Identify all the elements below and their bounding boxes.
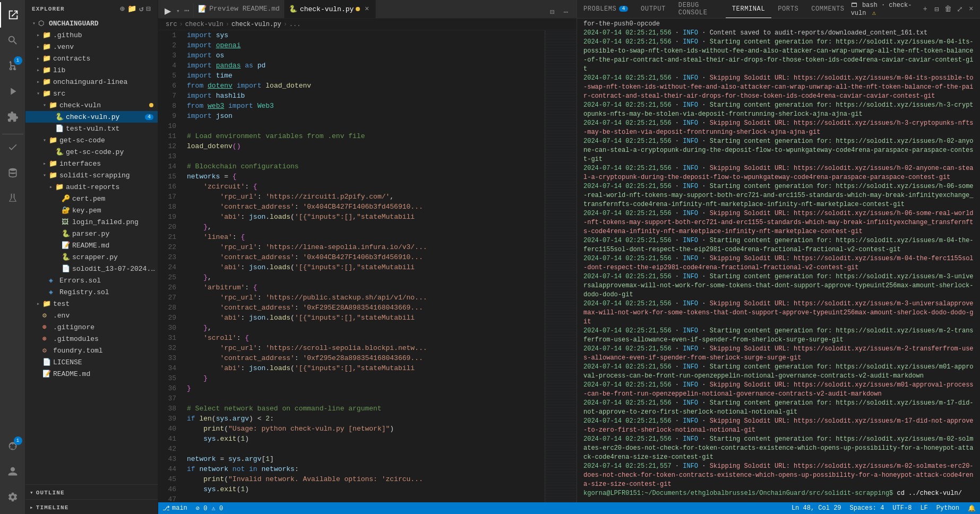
outline-section: ▾ OUTLINE — [25, 484, 158, 499]
tab-output[interactable]: OUTPUT — [634, 0, 672, 18]
search-icon[interactable] — [0, 28, 25, 53]
tree-item-parser-py[interactable]: ▸ 🐍 parser.py — [25, 228, 158, 239]
activity-bar: 1 1 — [0, 0, 25, 514]
branch-info[interactable]: ⎇ main — [162, 504, 187, 512]
split-editor-icon[interactable]: ⊟ — [546, 5, 558, 18]
tree-item-interfaces[interactable]: ▸ 📁 interfaces — [25, 158, 158, 169]
tab-debug-console[interactable]: DEBUG CONSOLE — [672, 0, 726, 18]
tree-item-registry-sol[interactable]: ▸ ◈ Registry.sol — [25, 286, 158, 298]
tree-item-login-failed[interactable]: ▸ 🖼 login_failed.png — [25, 216, 158, 228]
remote-badge: 1 — [14, 436, 22, 445]
tab-bar: ▶ ▾ ⋯ 📝 Preview README.md 🐍 check-vuln.p… — [158, 0, 577, 19]
panel-actions: bash · check-vuln ⚠ + ⊟ 🗑 ⤢ × — [851, 0, 980, 18]
tree-root-onchainguard[interactable]: ▾ ⬡ ONCHAINGUARD — [25, 18, 158, 29]
tree-item-readme-solidit[interactable]: ▸ 📝 README.md — [25, 239, 158, 251]
tree-item-get-sc-code[interactable]: ▾ 📁 get-sc-code — [25, 134, 158, 146]
timeline-header[interactable]: ▸ TIMELINE — [25, 502, 158, 512]
language-info[interactable]: Python — [936, 504, 959, 512]
tree-item-scrapper-py[interactable]: ▸ 🐍 scrapper.py — [25, 251, 158, 263]
tree-item-cert-pem[interactable]: ▸ 🔑 cert.pem — [25, 193, 158, 204]
account-icon[interactable] — [0, 459, 25, 484]
tab-bar-actions: ⊟ ⋯ — [546, 5, 577, 18]
more-options-icon[interactable]: ⋯ — [182, 5, 192, 16]
extensions-icon[interactable] — [0, 104, 25, 130]
tree-item-errors-sol[interactable]: ▸ ◈ Errors.sol — [25, 275, 158, 286]
tree-item-get-sc-code-py[interactable]: ▸ 🐍 get-sc-code.py — [25, 146, 158, 158]
cursor-position[interactable]: Ln 48, Col 29 — [792, 504, 841, 512]
new-folder-icon[interactable]: 📁 — [127, 4, 137, 13]
terminal-output[interactable]: 2024-07-14 02:25:19,997 · INFO · URL loa… — [577, 19, 980, 502]
breadcrumb-file[interactable]: check-vuln.py — [231, 21, 281, 28]
beaker-icon[interactable] — [0, 185, 25, 211]
svg-point-0 — [9, 168, 16, 171]
close-panel-icon[interactable]: × — [966, 3, 976, 15]
collapse-all-icon[interactable]: ⊟ — [146, 4, 151, 13]
tree-item-lib[interactable]: ▸ 📁 lib — [25, 64, 158, 76]
tree-item-gitmodules[interactable]: ▸ ⊛ .gitmodules — [25, 333, 158, 345]
tab-check-vuln-label: check-vuln.py — [300, 5, 354, 13]
terminal-title: bash · check-vuln — [851, 2, 912, 17]
tab-check-vuln-py[interactable]: 🐍 check-vuln.py × — [285, 0, 376, 18]
tree-item-github[interactable]: ▸ 📁 .github — [25, 29, 158, 41]
tab-dirty-indicator — [356, 7, 360, 11]
tree-item-contracts[interactable]: ▸ 📁 contracts — [25, 53, 158, 64]
maximize-panel-icon[interactable]: ⤢ — [955, 3, 965, 15]
tree-item-solidit-scrapping[interactable]: ▾ 📁 solidit-scrapping — [25, 169, 158, 181]
tree-item-test[interactable]: ▸ 📁 test — [25, 298, 158, 310]
outline-header[interactable]: ▾ OUTLINE — [25, 487, 158, 497]
eol-info[interactable]: LF — [920, 504, 927, 512]
run-button[interactable]: ▶ — [160, 3, 175, 18]
tab-preview-label: Preview README.md — [209, 5, 280, 13]
tab-comments[interactable]: COMMENTS — [805, 0, 850, 18]
new-terminal-icon[interactable]: + — [921, 3, 930, 15]
explorer-icon[interactable] — [0, 2, 25, 28]
problems-badge: 4 — [619, 6, 628, 12]
tree-item-venv[interactable]: ▸ 📁 .venv — [25, 41, 158, 53]
kill-terminal-icon[interactable]: 🗑 — [943, 3, 953, 15]
tree-item-gitignore[interactable]: ▸ ⊛ .gitignore — [25, 321, 158, 333]
tree-item-src[interactable]: ▾ 📁 src — [25, 88, 158, 99]
tab-ports[interactable]: PORTS — [771, 0, 805, 18]
tree-item-readme-root[interactable]: ▸ 📝 README.md — [25, 368, 158, 380]
source-control-icon[interactable]: 1 — [0, 53, 25, 79]
breadcrumb: src › check-vuln › check-vuln.py › ... — [158, 19, 577, 30]
database-icon[interactable] — [0, 160, 25, 185]
split-terminal-icon[interactable]: ⊟ — [932, 3, 941, 15]
panel-tabs: PROBLEMS 4 OUTPUT DEBUG CONSOLE TERMINAL… — [577, 0, 980, 19]
editor-main: ▶ ▾ ⋯ 📝 Preview README.md 🐍 check-vuln.p… — [158, 0, 577, 502]
editor-content-area: 1234567891011121314151617181920212223242… — [158, 30, 577, 502]
tree-item-test-vuln[interactable]: ▸ 📄 test-vuln.txt — [25, 123, 158, 134]
spaces-info[interactable]: Spaces: 4 — [850, 504, 884, 512]
status-bar: ⎇ main ⊘ 0 ⚠ 0 Ln 48, Col 29 Spaces: 4 U… — [158, 502, 980, 514]
tree-item-license[interactable]: ▸ 📄 LICENSE — [25, 356, 158, 368]
tab-close-button[interactable]: × — [363, 5, 371, 13]
refresh-icon[interactable]: ↺ — [139, 4, 144, 13]
check-vuln-py-badge: 4 — [145, 114, 153, 120]
encoding-info[interactable]: UTF-8 — [892, 504, 912, 512]
tree-item-solodit-txt[interactable]: ▸ 📄 solodit_13-07-2024.txt — [25, 263, 158, 275]
breadcrumb-more: ... — [289, 21, 301, 28]
tree-item-env[interactable]: ▸ ⚙ .env — [25, 310, 158, 321]
remote-icon[interactable]: 1 — [0, 433, 25, 459]
tab-preview-readme[interactable]: 📝 Preview README.md — [194, 0, 285, 18]
tree-item-foundry-toml[interactable]: ▸ ⚙ foundry.toml — [25, 345, 158, 356]
errors-warnings[interactable]: ⊘ 0 ⚠ 0 — [196, 504, 223, 512]
new-file-icon[interactable]: ⊕ — [120, 4, 125, 13]
sidebar: EXPLORER ⊕ 📁 ↺ ⊟ ▾ ⬡ ONCHAINGUARD ▸ 📁 .g… — [25, 0, 158, 514]
code-editor[interactable]: import sysimport openaiimport osimport p… — [180, 30, 545, 502]
tree-item-onchainguard-linea[interactable]: ▸ 📁 onchainguard-linea — [25, 76, 158, 88]
tree-item-key-pem[interactable]: ▸ 🔐 key.pem — [25, 204, 158, 216]
tab-problems[interactable]: PROBLEMS 4 — [577, 0, 634, 18]
tab-terminal[interactable]: TERMINAL — [726, 0, 771, 18]
todo-icon[interactable] — [0, 134, 25, 160]
settings-icon[interactable] — [0, 484, 25, 510]
more-tab-actions-icon[interactable]: ⋯ — [560, 5, 572, 18]
tree-item-check-vuln[interactable]: ▾ 📁 check-vuln — [25, 99, 158, 111]
run-options-icon[interactable]: ▾ — [175, 7, 181, 14]
run-debug-icon[interactable] — [0, 79, 25, 104]
tree-item-check-vuln-py[interactable]: ▸ 🐍 check-vuln.py 4 — [25, 111, 158, 123]
breadcrumb-check-vuln[interactable]: check-vuln — [185, 21, 223, 28]
tree-item-audit-reports[interactable]: ▸ 📁 audit-reports — [25, 181, 158, 193]
breadcrumb-src[interactable]: src — [166, 21, 177, 28]
feedback-icon[interactable]: 🔔 — [968, 504, 976, 512]
